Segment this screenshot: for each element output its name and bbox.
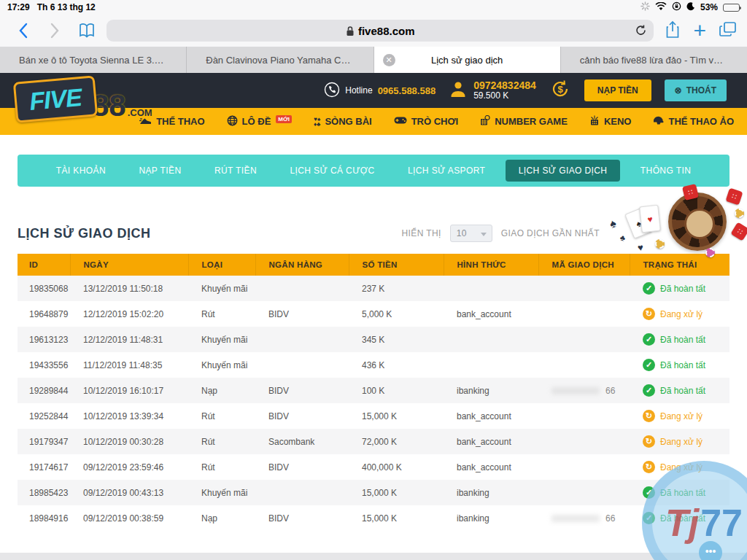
tabs-overview-button[interactable] — [719, 21, 737, 40]
col-id: ID — [18, 254, 70, 276]
table-row: 1961312312/12/2019 11:48:31Khuyến mãi345… — [18, 327, 729, 352]
status-badge: Đã hoàn tất — [643, 333, 729, 346]
show-count-select[interactable]: 10 — [450, 225, 492, 242]
nav-tro-choi[interactable]: TRÒ CHƠI — [394, 116, 459, 127]
status-badge: Đã hoàn tất — [643, 384, 729, 397]
casino-chip-icon — [735, 209, 744, 218]
col-loai: LOẠI — [188, 254, 255, 276]
dice-icon: ∷ — [730, 222, 747, 241]
table-row: 1917461709/12/2019 23:59:46RútBIDV400,00… — [18, 454, 729, 480]
nav-lo-de[interactable]: LÔ ĐỀ MỚI — [227, 115, 292, 128]
keno-icon — [589, 115, 600, 128]
display-filter: HIỂN THỊ 10 GIAO DỊCH GẦN NHẤT — [401, 225, 600, 242]
account-info[interactable]: 09724832484 59.500 K — [449, 79, 536, 101]
phone-icon — [324, 82, 340, 100]
tab-bar: Bán xe ô tô Toyota Sienna LE 3.5 201... … — [0, 47, 747, 73]
date: Th 6 13 thg 12 — [37, 2, 96, 12]
status-icon — [643, 308, 655, 320]
status-badge: Đã hoàn tất — [643, 282, 729, 295]
col-hinh-thuc: HÌNH THỨC — [444, 254, 538, 276]
bookmarks-button[interactable] — [74, 18, 99, 43]
table-row: 1943355611/12/2019 11:48:35Khuyến mãi436… — [18, 352, 729, 378]
account-sub-navigation: TÀI KHOẢN NẠP TIỀN RÚT TIỀN LỊCH SỬ CÁ C… — [18, 155, 729, 187]
tab-piano[interactable]: Đàn Clavinova Piano Yamaha CVP-50... — [187, 47, 374, 73]
dice-icon: ∷ — [726, 188, 743, 206]
nav-number-game[interactable]: NUMBER GAME — [480, 115, 568, 128]
nav-song-bai[interactable]: ♥♠♦♣ SÒNG BÀI — [314, 116, 372, 127]
user-icon — [449, 79, 468, 101]
table-row: 1898542309/12/2019 00:43:13Khuyến mãi15,… — [18, 480, 729, 505]
address-bar[interactable]: five88.com — [107, 20, 654, 42]
loading-spinner-icon — [640, 1, 650, 13]
reload-button[interactable] — [635, 24, 647, 39]
table-row: 1983506813/12/2019 11:50:18Khuyến mãi237… — [18, 276, 729, 301]
gamepad-icon — [394, 116, 407, 127]
refresh-balance-icon[interactable]: $ — [549, 78, 571, 103]
transaction-table: ID NGÀY LOẠI NGÂN HÀNG SỐ TIỀN HÌNH THỨC… — [18, 254, 729, 531]
status-icon — [643, 435, 655, 448]
browser-toolbar: five88.com + — [0, 15, 747, 47]
lock-icon — [346, 26, 355, 36]
forward-button[interactable] — [42, 18, 67, 43]
account-balance: 59.500 K — [473, 91, 536, 101]
globe-icon — [227, 115, 238, 128]
close-tab-icon[interactable]: ✕ — [383, 54, 395, 66]
subnav-thong-tin[interactable]: THÔNG TIN — [627, 160, 704, 182]
hotline-number: 0965.588.588 — [378, 85, 436, 96]
subnav-lich-su-asport[interactable]: LỊCH SỬ ASPORT — [395, 160, 498, 182]
wifi-icon — [655, 2, 667, 13]
status-badge: Đang xử lý — [643, 435, 729, 448]
status-badge: Đang xử lý — [643, 308, 729, 320]
col-so-tien: SỐ TIỀN — [349, 254, 444, 276]
logout-button[interactable]: ⊗ THOÁT — [665, 79, 727, 101]
share-button[interactable] — [665, 20, 680, 42]
rotation-lock-icon — [672, 1, 681, 13]
battery-percent: 53% — [700, 2, 718, 12]
table-row: 1917934710/12/2019 00:30:28RútSacombank7… — [18, 429, 729, 454]
new-badge: MỚI — [276, 115, 292, 123]
back-button[interactable] — [10, 18, 35, 43]
tab-google-search[interactable]: cảnh báo five88 lừa đảo - Tìm với Go... — [561, 47, 747, 73]
status-badge: Đã hoàn tất — [643, 359, 729, 371]
status-badge: Đang xử lý — [643, 410, 729, 422]
url-text: five88.com — [358, 25, 415, 37]
deposit-button[interactable]: NẠP TIỀN — [584, 79, 651, 101]
do-not-disturb-moon-icon — [686, 2, 695, 13]
web-page: FIVE 88 .COM Hotline 0965.588.588 097248… — [0, 73, 747, 560]
roulette-wheel-icon — [668, 192, 727, 251]
heart-icon: ♥ — [637, 242, 644, 254]
subnav-tai-khoan[interactable]: TÀI KHOẢN — [43, 160, 119, 182]
status-icon — [643, 282, 655, 295]
tab-toyota[interactable]: Bán xe ô tô Toyota Sienna LE 3.5 201... — [0, 47, 187, 73]
clock: 17:29 — [7, 2, 30, 12]
footer-strip — [0, 553, 747, 560]
chat-bubble-icon[interactable]: ••• — [699, 541, 722, 560]
filter-label: HIỂN THỊ — [401, 228, 441, 238]
status-icon — [643, 461, 655, 473]
subnav-lich-su-ca-cuoc[interactable]: LỊCH SỬ CÁ CƯỢC — [276, 160, 387, 182]
subnav-lich-su-giao-dich[interactable]: LỊCH SỬ GIAO DỊCH — [506, 160, 621, 182]
battery-icon — [723, 4, 740, 12]
subnav-nap-tien[interactable]: NẠP TIỀN — [125, 160, 194, 182]
chevron-down-icon — [481, 233, 487, 236]
hotline: Hotline 0965.588.588 — [324, 82, 436, 100]
ios-status-bar: 17:29 Th 6 13 thg 12 53% — [0, 0, 747, 15]
page-title: LỊCH SỬ GIAO DỊCH — [18, 226, 150, 241]
helmet-icon — [653, 115, 664, 128]
svg-text:$: $ — [557, 84, 563, 95]
table-header-row: ID NGÀY LOẠI NGÂN HÀNG SỐ TIỀN HÌNH THỨC… — [18, 254, 729, 276]
status-icon — [643, 384, 655, 397]
site-header: FIVE 88 .COM Hotline 0965.588.588 097248… — [0, 73, 747, 108]
tab-transaction-history[interactable]: ✕ Lịch sử giao dịch — [374, 47, 561, 73]
logout-icon: ⊗ — [675, 85, 682, 96]
new-tab-button[interactable]: + — [693, 21, 706, 40]
nav-the-thao-ao[interactable]: THỂ THAO ẢO — [653, 115, 734, 128]
five88-logo[interactable]: FIVE 88 .COM — [15, 79, 152, 120]
table-row: 1898491609/12/2019 00:38:59NạpBIDV15,000… — [18, 505, 729, 531]
subnav-rut-tien[interactable]: RÚT TIỀN — [201, 160, 270, 182]
col-ngay: NGÀY — [70, 254, 188, 276]
nav-keno[interactable]: KENO — [589, 115, 632, 128]
account-number: 09724832484 — [473, 79, 536, 91]
number-grid-icon — [480, 115, 490, 128]
table-row: 1964887912/12/2019 15:02:20RútBIDV5,000 … — [18, 301, 729, 327]
